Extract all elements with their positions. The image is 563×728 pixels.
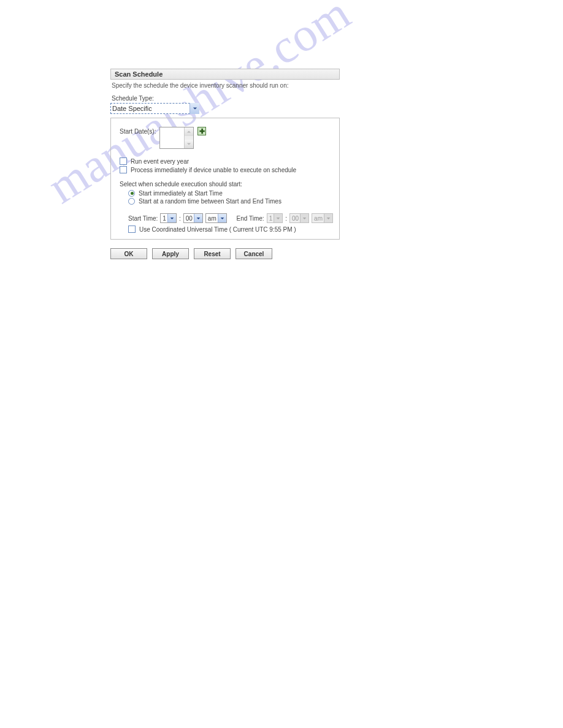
chevron-down-icon <box>300 214 308 222</box>
time-colon: : <box>179 215 181 222</box>
button-bar: OK Apply Reset Cancel <box>110 248 340 259</box>
every-year-label: Run event every year <box>131 158 189 165</box>
end-time-label: End Time: <box>237 215 264 222</box>
schedule-type-label: Schedule Type: <box>110 95 340 103</box>
reset-button[interactable]: Reset <box>194 248 231 259</box>
utc-label: Use Coordinated Universal Time ( Current… <box>139 226 296 233</box>
chevron-down-icon <box>274 214 282 222</box>
radio-start-immediately-label: Start immediately at Start Time <box>139 190 223 197</box>
schedule-type-value[interactable] <box>110 103 199 114</box>
end-hour-value: 1 <box>269 215 273 222</box>
start-ampm-select[interactable]: am <box>205 213 227 223</box>
chevron-down-icon <box>324 214 332 222</box>
radio-start-random[interactable] <box>128 198 135 205</box>
chevron-down-icon <box>194 214 202 222</box>
apply-button[interactable]: Apply <box>152 248 189 259</box>
start-hour-value: 1 <box>163 215 166 222</box>
end-ampm-select: am <box>312 213 333 223</box>
chevron-down-icon <box>218 214 226 222</box>
plus-icon: ✚ <box>199 128 205 135</box>
chevron-down-icon <box>167 214 176 222</box>
start-ampm-value: am <box>208 215 216 222</box>
cancel-button[interactable]: Cancel <box>236 248 272 259</box>
intro-text: Specify the schedule the device inventor… <box>110 80 340 95</box>
add-date-button[interactable]: ✚ <box>197 127 206 135</box>
time-colon-end: : <box>285 215 287 222</box>
start-dates-listbox[interactable] <box>159 127 194 149</box>
exec-start-label: Select when schedule execution should st… <box>120 181 333 188</box>
dialog-title: Scan Schedule <box>110 69 340 80</box>
scroll-up-icon[interactable] <box>185 127 193 136</box>
end-min-select: 00 <box>289 213 309 223</box>
scroll-down-icon[interactable] <box>185 140 193 148</box>
process-immediately-checkbox[interactable] <box>120 166 127 173</box>
listbox-scrollbar[interactable] <box>184 127 193 148</box>
radio-start-immediately[interactable] <box>128 190 135 197</box>
start-time-label: Start Time: <box>128 215 158 222</box>
utc-checkbox[interactable] <box>128 226 136 233</box>
start-min-value: 00 <box>186 215 193 222</box>
radio-start-random-label: Start at a random time between Start and… <box>139 198 282 205</box>
end-ampm-value: am <box>314 215 323 222</box>
start-min-select[interactable]: 00 <box>183 213 203 223</box>
schedule-type-select[interactable] <box>110 103 199 114</box>
process-immediately-label: Process immediately if device unable to … <box>131 167 296 173</box>
schedule-panel: Start Date(s): ✚ Run event every year <box>110 118 340 240</box>
start-dates-label: Start Date(s): <box>120 127 156 135</box>
end-hour-select: 1 <box>267 213 283 223</box>
scan-schedule-dialog: Scan Schedule Specify the schedule the d… <box>110 69 340 259</box>
end-min-value: 00 <box>292 215 299 222</box>
ok-button[interactable]: OK <box>110 248 147 259</box>
every-year-checkbox[interactable] <box>120 157 127 165</box>
start-hour-select[interactable]: 1 <box>160 213 177 223</box>
